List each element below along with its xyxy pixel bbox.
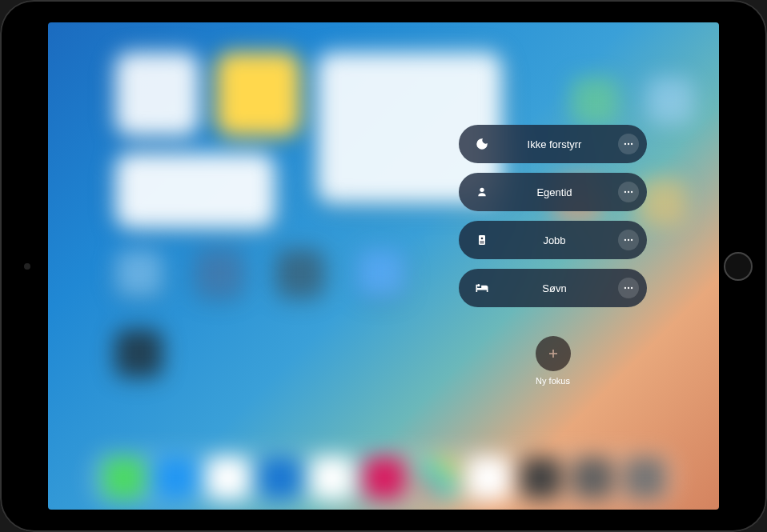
app-row-2 [115, 330, 163, 377]
svg-point-11 [624, 239, 626, 241]
svg-point-8 [481, 238, 484, 240]
person-icon [473, 183, 491, 201]
more-options-button[interactable] [618, 278, 639, 298]
dock-app [624, 457, 666, 499]
focus-item-sleep[interactable]: Søvn [459, 269, 647, 307]
screen: Ikke forstyrr Egentid Jobb [48, 22, 719, 510]
notes-widget [216, 52, 300, 136]
dock [90, 450, 678, 506]
clock-widget [115, 52, 199, 136]
app-icon [357, 250, 404, 297]
svg-rect-9 [480, 241, 484, 242]
dock-app [520, 457, 562, 499]
home-button[interactable] [724, 252, 753, 281]
app-icon [115, 250, 163, 297]
focus-label: Egentid [491, 186, 618, 198]
focus-label: Ikke forstyrr [491, 138, 618, 150]
more-options-button[interactable] [618, 182, 639, 202]
svg-point-0 [624, 143, 626, 145]
focus-item-work[interactable]: Jobb [459, 221, 647, 259]
moon-icon [473, 135, 491, 153]
focus-label: Jobb [491, 234, 618, 246]
svg-point-16 [631, 287, 632, 289]
calendar-widget [115, 153, 275, 229]
svg-point-3 [480, 188, 484, 192]
ipad-frame: Ikke forstyrr Egentid Jobb [0, 0, 767, 532]
dock-app [155, 457, 197, 499]
dock-app [102, 457, 145, 499]
bed-icon [473, 279, 491, 297]
new-focus-label: Ny fokus [536, 376, 570, 386]
svg-point-4 [624, 191, 626, 193]
focus-item-do-not-disturb[interactable]: Ikke forstyrr [459, 125, 647, 163]
svg-point-2 [631, 143, 632, 145]
focus-item-personal[interactable]: Egentid [459, 173, 647, 211]
bg-app-icon [647, 78, 694, 125]
more-options-button[interactable] [618, 230, 639, 250]
svg-point-5 [628, 191, 629, 193]
app-icon [196, 250, 243, 297]
svg-point-6 [631, 191, 632, 193]
svg-rect-10 [480, 242, 484, 243]
dock-app [311, 457, 354, 499]
dock-app [572, 457, 614, 499]
bg-app-icon [571, 78, 618, 125]
dock-app [259, 457, 302, 499]
more-options-button[interactable] [618, 134, 639, 154]
focus-menu: Ikke forstyrr Egentid Jobb [459, 125, 647, 386]
dock-app [363, 457, 406, 499]
widget-area [115, 52, 502, 229]
dock-app [416, 457, 458, 499]
svg-point-15 [628, 287, 629, 289]
plus-icon [545, 346, 561, 362]
front-camera [24, 263, 30, 270]
dock-app [207, 457, 250, 499]
dock-app [468, 457, 510, 499]
svg-point-1 [628, 143, 629, 145]
app-icon [277, 250, 324, 297]
app-icon [115, 330, 163, 377]
svg-point-12 [628, 239, 629, 241]
plus-icon-circle [536, 336, 571, 371]
svg-point-14 [624, 287, 626, 289]
app-row-1 [115, 250, 404, 297]
svg-point-13 [631, 239, 632, 241]
badge-icon [473, 231, 491, 249]
new-focus-button[interactable]: Ny fokus [459, 336, 647, 386]
focus-label: Søvn [491, 282, 618, 294]
